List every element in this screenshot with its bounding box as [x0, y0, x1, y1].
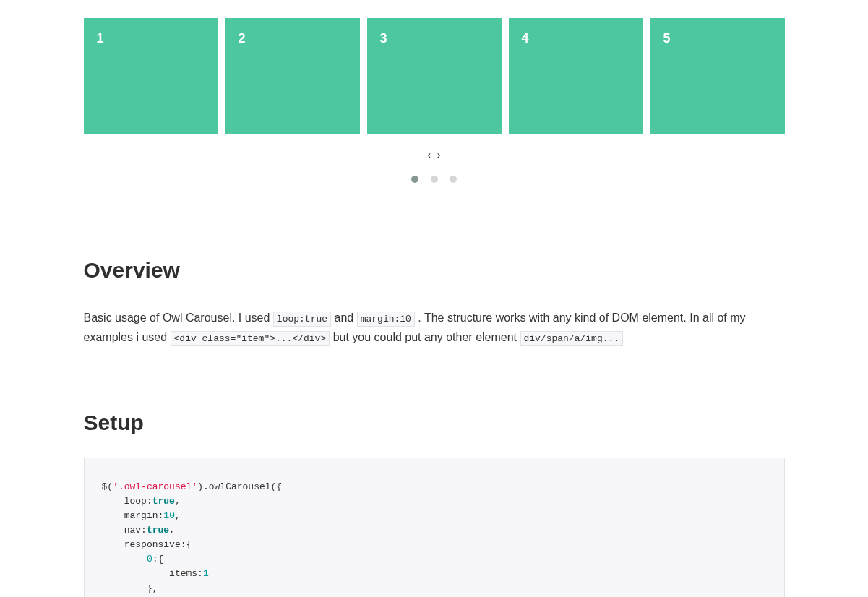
carousel-dot[interactable]: [431, 176, 438, 183]
overview-paragraph: Basic usage of Owl Carousel. I used loop…: [84, 308, 785, 347]
code-token: true: [147, 525, 169, 536]
code-token: ,: [169, 525, 175, 536]
carousel-dots: [84, 170, 785, 189]
inline-code: <div class="item">...</div>: [171, 331, 330, 346]
code-token: ,: [175, 510, 181, 521]
carousel-item: 1: [84, 18, 218, 134]
code-token: :{: [152, 554, 164, 564]
code-block: $('.owl-carousel').owlCarousel({ loop:tr…: [84, 458, 785, 597]
code-token: nav:: [102, 525, 147, 536]
code-token: '.owl-carousel': [113, 481, 197, 492]
inline-code: loop:true: [273, 312, 331, 327]
carousel-item: 5: [650, 18, 785, 134]
carousel-item: 4: [509, 18, 643, 134]
carousel-item: 3: [367, 18, 502, 134]
carousel-next-button[interactable]: ›: [436, 149, 442, 160]
code-token: ,: [175, 496, 181, 507]
carousel-stage[interactable]: 1 2 3 4 5: [84, 18, 785, 134]
heading-setup: Setup: [84, 405, 785, 440]
code-token: [102, 554, 147, 564]
heading-overview: Overview: [84, 253, 785, 288]
overview-text: but you could put any other element: [333, 331, 520, 343]
carousel-dot[interactable]: [411, 176, 418, 183]
code-token: ).owlCarousel({: [197, 481, 282, 492]
code-token: true: [152, 496, 175, 507]
code-token: 10: [163, 510, 175, 521]
code-token: items:: [102, 568, 203, 579]
code-token: 0: [147, 554, 152, 564]
carousel-prev-button[interactable]: ‹: [426, 149, 433, 160]
overview-text: and: [335, 312, 357, 324]
code-token: $(: [102, 481, 113, 492]
code-token: },: [102, 583, 158, 594]
carousel-dot[interactable]: [450, 176, 457, 183]
inline-code: margin:10: [357, 312, 415, 327]
overview-text: Basic usage of Owl Carousel. I used: [84, 312, 273, 324]
inline-code: div/span/a/img...: [520, 331, 624, 346]
code-token: margin:: [102, 510, 164, 521]
carousel-item: 2: [225, 18, 360, 134]
code-token: responsive:{: [102, 539, 192, 550]
carousel-nav: ‹ ›: [84, 145, 785, 164]
code-token: loop:: [102, 496, 152, 507]
code-token: 1: [203, 568, 209, 579]
